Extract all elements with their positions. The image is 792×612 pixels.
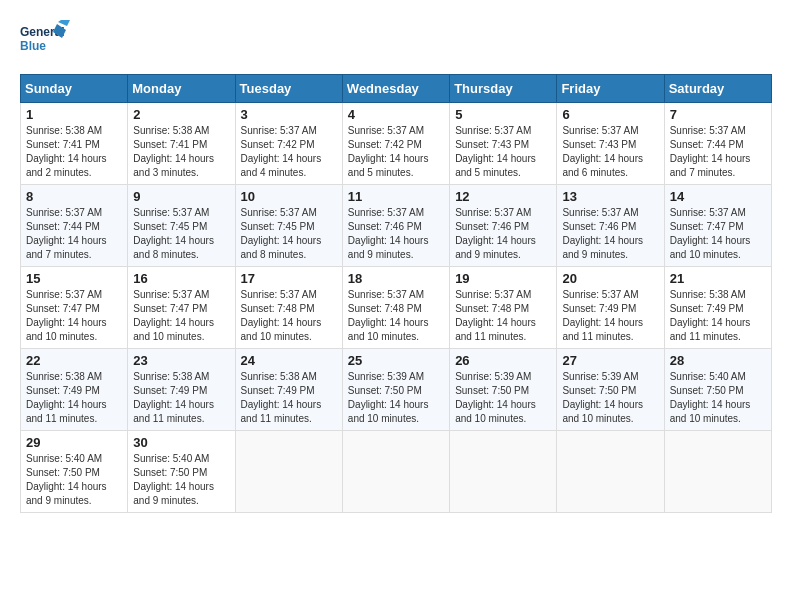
day-number: 15 <box>26 271 122 286</box>
day-info: Sunrise: 5:37 AMSunset: 7:44 PMDaylight:… <box>26 206 122 262</box>
header-thursday: Thursday <box>450 75 557 103</box>
day-number: 14 <box>670 189 766 204</box>
day-info: Sunrise: 5:37 AMSunset: 7:48 PMDaylight:… <box>455 288 551 344</box>
day-info: Sunrise: 5:37 AMSunset: 7:47 PMDaylight:… <box>133 288 229 344</box>
day-number: 23 <box>133 353 229 368</box>
calendar-cell: 26 Sunrise: 5:39 AMSunset: 7:50 PMDaylig… <box>450 349 557 431</box>
day-number: 1 <box>26 107 122 122</box>
calendar-cell: 27 Sunrise: 5:39 AMSunset: 7:50 PMDaylig… <box>557 349 664 431</box>
day-info: Sunrise: 5:37 AMSunset: 7:42 PMDaylight:… <box>348 124 444 180</box>
day-info: Sunrise: 5:38 AMSunset: 7:41 PMDaylight:… <box>26 124 122 180</box>
calendar-cell: 8 Sunrise: 5:37 AMSunset: 7:44 PMDayligh… <box>21 185 128 267</box>
day-number: 29 <box>26 435 122 450</box>
day-info: Sunrise: 5:37 AMSunset: 7:47 PMDaylight:… <box>26 288 122 344</box>
day-info: Sunrise: 5:39 AMSunset: 7:50 PMDaylight:… <box>348 370 444 426</box>
day-number: 28 <box>670 353 766 368</box>
calendar-cell: 25 Sunrise: 5:39 AMSunset: 7:50 PMDaylig… <box>342 349 449 431</box>
calendar-cell <box>664 431 771 513</box>
day-number: 25 <box>348 353 444 368</box>
day-info: Sunrise: 5:40 AMSunset: 7:50 PMDaylight:… <box>26 452 122 508</box>
header-monday: Monday <box>128 75 235 103</box>
day-info: Sunrise: 5:37 AMSunset: 7:47 PMDaylight:… <box>670 206 766 262</box>
calendar-cell: 2 Sunrise: 5:38 AMSunset: 7:41 PMDayligh… <box>128 103 235 185</box>
calendar-cell: 23 Sunrise: 5:38 AMSunset: 7:49 PMDaylig… <box>128 349 235 431</box>
header-sunday: Sunday <box>21 75 128 103</box>
day-info: Sunrise: 5:38 AMSunset: 7:49 PMDaylight:… <box>26 370 122 426</box>
calendar-cell: 30 Sunrise: 5:40 AMSunset: 7:50 PMDaylig… <box>128 431 235 513</box>
calendar-cell: 15 Sunrise: 5:37 AMSunset: 7:47 PMDaylig… <box>21 267 128 349</box>
day-number: 7 <box>670 107 766 122</box>
day-number: 11 <box>348 189 444 204</box>
day-number: 26 <box>455 353 551 368</box>
calendar-cell <box>235 431 342 513</box>
header-wednesday: Wednesday <box>342 75 449 103</box>
day-number: 22 <box>26 353 122 368</box>
calendar-cell: 5 Sunrise: 5:37 AMSunset: 7:43 PMDayligh… <box>450 103 557 185</box>
calendar-cell: 29 Sunrise: 5:40 AMSunset: 7:50 PMDaylig… <box>21 431 128 513</box>
calendar-cell: 4 Sunrise: 5:37 AMSunset: 7:42 PMDayligh… <box>342 103 449 185</box>
day-number: 6 <box>562 107 658 122</box>
calendar-cell: 20 Sunrise: 5:37 AMSunset: 7:49 PMDaylig… <box>557 267 664 349</box>
day-number: 12 <box>455 189 551 204</box>
calendar-body: 1 Sunrise: 5:38 AMSunset: 7:41 PMDayligh… <box>21 103 772 513</box>
calendar-cell: 16 Sunrise: 5:37 AMSunset: 7:47 PMDaylig… <box>128 267 235 349</box>
day-number: 10 <box>241 189 337 204</box>
day-number: 21 <box>670 271 766 286</box>
day-number: 18 <box>348 271 444 286</box>
calendar-week-5: 29 Sunrise: 5:40 AMSunset: 7:50 PMDaylig… <box>21 431 772 513</box>
calendar-header: Sunday Monday Tuesday Wednesday Thursday… <box>21 75 772 103</box>
day-number: 19 <box>455 271 551 286</box>
calendar-cell: 1 Sunrise: 5:38 AMSunset: 7:41 PMDayligh… <box>21 103 128 185</box>
day-info: Sunrise: 5:37 AMSunset: 7:45 PMDaylight:… <box>133 206 229 262</box>
day-info: Sunrise: 5:37 AMSunset: 7:45 PMDaylight:… <box>241 206 337 262</box>
calendar-table: Sunday Monday Tuesday Wednesday Thursday… <box>20 74 772 513</box>
calendar-cell: 13 Sunrise: 5:37 AMSunset: 7:46 PMDaylig… <box>557 185 664 267</box>
day-number: 5 <box>455 107 551 122</box>
day-number: 9 <box>133 189 229 204</box>
calendar-week-3: 15 Sunrise: 5:37 AMSunset: 7:47 PMDaylig… <box>21 267 772 349</box>
calendar-cell: 21 Sunrise: 5:38 AMSunset: 7:49 PMDaylig… <box>664 267 771 349</box>
calendar-cell: 24 Sunrise: 5:38 AMSunset: 7:49 PMDaylig… <box>235 349 342 431</box>
day-number: 3 <box>241 107 337 122</box>
day-info: Sunrise: 5:40 AMSunset: 7:50 PMDaylight:… <box>670 370 766 426</box>
day-number: 20 <box>562 271 658 286</box>
day-info: Sunrise: 5:39 AMSunset: 7:50 PMDaylight:… <box>455 370 551 426</box>
day-number: 13 <box>562 189 658 204</box>
day-number: 27 <box>562 353 658 368</box>
header-tuesday: Tuesday <box>235 75 342 103</box>
calendar-cell: 22 Sunrise: 5:38 AMSunset: 7:49 PMDaylig… <box>21 349 128 431</box>
header-saturday: Saturday <box>664 75 771 103</box>
day-info: Sunrise: 5:40 AMSunset: 7:50 PMDaylight:… <box>133 452 229 508</box>
day-info: Sunrise: 5:37 AMSunset: 7:49 PMDaylight:… <box>562 288 658 344</box>
day-info: Sunrise: 5:37 AMSunset: 7:43 PMDaylight:… <box>562 124 658 180</box>
calendar-cell <box>342 431 449 513</box>
calendar-week-1: 1 Sunrise: 5:38 AMSunset: 7:41 PMDayligh… <box>21 103 772 185</box>
calendar-week-4: 22 Sunrise: 5:38 AMSunset: 7:49 PMDaylig… <box>21 349 772 431</box>
day-number: 4 <box>348 107 444 122</box>
day-number: 24 <box>241 353 337 368</box>
calendar-cell: 7 Sunrise: 5:37 AMSunset: 7:44 PMDayligh… <box>664 103 771 185</box>
day-number: 17 <box>241 271 337 286</box>
calendar-cell <box>450 431 557 513</box>
calendar-cell: 17 Sunrise: 5:37 AMSunset: 7:48 PMDaylig… <box>235 267 342 349</box>
day-number: 16 <box>133 271 229 286</box>
logo-svg: General Blue <box>20 20 70 64</box>
calendar-cell: 19 Sunrise: 5:37 AMSunset: 7:48 PMDaylig… <box>450 267 557 349</box>
page-header: General Blue <box>20 20 772 64</box>
day-info: Sunrise: 5:38 AMSunset: 7:49 PMDaylight:… <box>241 370 337 426</box>
calendar-cell: 12 Sunrise: 5:37 AMSunset: 7:46 PMDaylig… <box>450 185 557 267</box>
calendar-cell: 9 Sunrise: 5:37 AMSunset: 7:45 PMDayligh… <box>128 185 235 267</box>
day-info: Sunrise: 5:37 AMSunset: 7:46 PMDaylight:… <box>455 206 551 262</box>
logo: General Blue <box>20 20 70 64</box>
day-info: Sunrise: 5:37 AMSunset: 7:48 PMDaylight:… <box>348 288 444 344</box>
day-number: 30 <box>133 435 229 450</box>
calendar-cell <box>557 431 664 513</box>
calendar-cell: 14 Sunrise: 5:37 AMSunset: 7:47 PMDaylig… <box>664 185 771 267</box>
day-info: Sunrise: 5:37 AMSunset: 7:42 PMDaylight:… <box>241 124 337 180</box>
day-number: 8 <box>26 189 122 204</box>
day-info: Sunrise: 5:39 AMSunset: 7:50 PMDaylight:… <box>562 370 658 426</box>
calendar-cell: 6 Sunrise: 5:37 AMSunset: 7:43 PMDayligh… <box>557 103 664 185</box>
calendar-week-2: 8 Sunrise: 5:37 AMSunset: 7:44 PMDayligh… <box>21 185 772 267</box>
calendar-cell: 3 Sunrise: 5:37 AMSunset: 7:42 PMDayligh… <box>235 103 342 185</box>
header-friday: Friday <box>557 75 664 103</box>
